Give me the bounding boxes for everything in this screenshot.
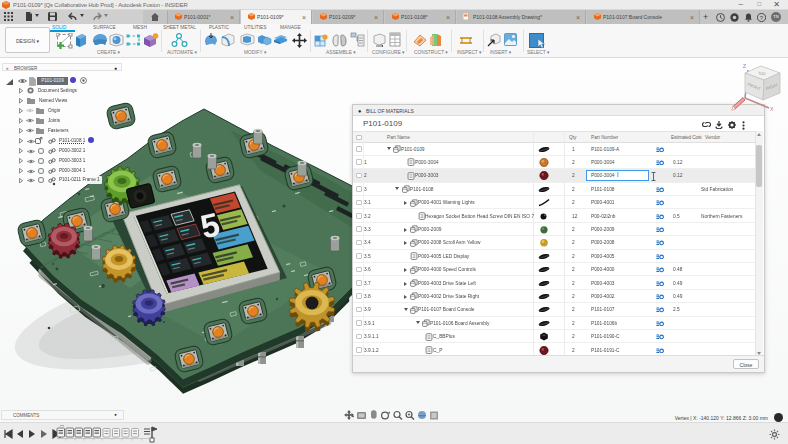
- svg-text:?: ?: [760, 14, 764, 20]
- svg-text:X: X: [770, 106, 774, 112]
- svg-text:Z: Z: [743, 63, 746, 69]
